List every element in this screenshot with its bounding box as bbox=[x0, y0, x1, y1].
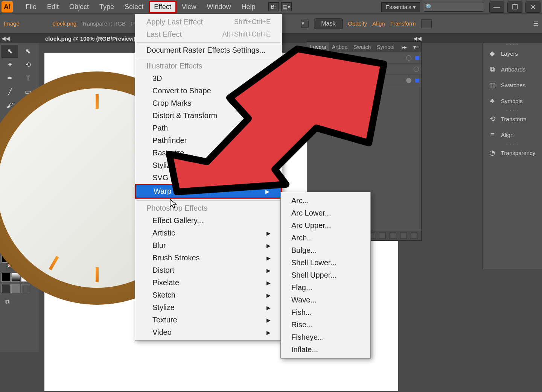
pen-tool[interactable]: ✒ bbox=[2, 72, 18, 85]
menu-view[interactable]: View bbox=[177, 1, 202, 13]
target-icon[interactable] bbox=[406, 78, 411, 83]
type-tool[interactable]: T bbox=[20, 72, 37, 85]
dock-transparency[interactable]: ◔Transparency bbox=[483, 145, 542, 161]
new-sublayer-icon[interactable] bbox=[390, 232, 396, 239]
submenu-inflate[interactable]: Inflate... bbox=[281, 343, 370, 356]
control-label[interactable]: Image bbox=[4, 20, 20, 27]
submenu-rise[interactable]: Rise... bbox=[281, 319, 370, 331]
menu-artistic[interactable]: Artistic▶ bbox=[135, 227, 282, 239]
menu-convert-to-shape[interactable]: Convert to Shape bbox=[135, 85, 282, 97]
submenu-shell-upper[interactable]: Shell Upper... bbox=[281, 269, 370, 281]
menu-distort-ps[interactable]: Distort▶ bbox=[135, 264, 282, 277]
magic-wand-tool[interactable]: ✦ bbox=[2, 58, 18, 71]
menu-distort-transform[interactable]: Distort & Transform bbox=[135, 109, 282, 122]
submenu-wave[interactable]: Wave... bbox=[281, 294, 370, 306]
selection-tool[interactable]: ⬉ bbox=[2, 45, 18, 58]
opacity-link[interactable]: Opacity bbox=[348, 20, 367, 27]
submenu-arc[interactable]: Arc... bbox=[281, 194, 370, 207]
isolate-icon[interactable] bbox=[421, 19, 432, 28]
submenu-flag[interactable]: Flag... bbox=[281, 281, 370, 294]
search-input[interactable]: 🔍 bbox=[424, 3, 484, 12]
control-filename[interactable]: clock.png bbox=[53, 20, 76, 27]
menu-crop-marks[interactable]: Crop Marks bbox=[135, 97, 282, 109]
target-icon[interactable] bbox=[414, 67, 419, 72]
screen-mode-icon[interactable] bbox=[2, 284, 11, 293]
target-icon[interactable] bbox=[406, 55, 411, 61]
close-button[interactable]: ✕ bbox=[525, 2, 540, 13]
menu-window[interactable]: Window bbox=[202, 1, 236, 13]
screen-mode-2-icon[interactable] bbox=[11, 284, 20, 293]
panel-expand-icon[interactable]: ▸▸ bbox=[399, 44, 409, 50]
restore-button[interactable]: ❐ bbox=[507, 2, 522, 13]
submenu-arc-upper[interactable]: Arc Upper... bbox=[281, 219, 370, 232]
menu-brush-strokes[interactable]: Brush Strokes▶ bbox=[135, 252, 282, 264]
visibility-icon[interactable]: 👁 bbox=[309, 77, 315, 84]
menu-apply-last-effect[interactable]: Apply Last EffectShift+Ctrl+E bbox=[135, 16, 282, 28]
menu-path[interactable]: Path bbox=[135, 122, 282, 134]
submenu-arch[interactable]: Arch... bbox=[281, 232, 370, 244]
submenu-fish[interactable]: Fish... bbox=[281, 306, 370, 319]
delete-layer-icon[interactable] bbox=[411, 232, 417, 239]
layer-row[interactable]: 👁 ... bbox=[307, 75, 421, 86]
align-link[interactable]: Align bbox=[372, 20, 385, 27]
dock-symbols[interactable]: ♣Symbols bbox=[483, 93, 542, 109]
submenu-fisheye[interactable]: Fisheye... bbox=[281, 331, 370, 343]
tab-layers[interactable]: Layers bbox=[307, 43, 329, 52]
draw-mode-icon[interactable]: ⧉ bbox=[2, 298, 13, 307]
mask-button[interactable]: Mask bbox=[314, 18, 343, 29]
expand-icon[interactable]: ▾ bbox=[327, 55, 330, 61]
menu-edit[interactable]: Edit bbox=[42, 1, 64, 13]
collapse-right-icon[interactable]: ◀◀ bbox=[413, 35, 422, 41]
menu-help[interactable]: Help bbox=[236, 1, 261, 13]
menu-last-effect[interactable]: Last EffectAlt+Shift+Ctrl+E bbox=[135, 28, 282, 41]
line-tool[interactable]: ╱ bbox=[2, 85, 18, 98]
menu-rasterize[interactable]: Rasterize... bbox=[135, 147, 282, 159]
menu-texture[interactable]: Texture▶ bbox=[135, 314, 282, 326]
embed-dropdown[interactable]: ▾ bbox=[301, 20, 309, 28]
dock-swatches[interactable]: ▦Swatches bbox=[483, 77, 542, 93]
tab-artboards[interactable]: Artboa bbox=[329, 43, 350, 52]
menu-file[interactable]: File bbox=[20, 1, 42, 13]
menu-sketch[interactable]: Sketch▶ bbox=[135, 289, 282, 301]
lasso-tool[interactable]: ⟲ bbox=[20, 58, 37, 71]
layer-row[interactable]: 👁 bbox=[307, 64, 421, 75]
dock-align[interactable]: ≡Align bbox=[483, 127, 542, 143]
submenu-shell-lower[interactable]: Shell Lower... bbox=[281, 257, 370, 269]
visibility-icon[interactable]: 👁 bbox=[309, 66, 315, 72]
workspace-selector[interactable]: Essentials ▾ bbox=[381, 2, 420, 12]
menu-raster-settings[interactable]: Document Raster Effects Settings... bbox=[135, 44, 282, 56]
tab-swatches[interactable]: Swatch bbox=[350, 43, 374, 52]
arrange-docs-icon[interactable]: ▤▾ bbox=[281, 2, 292, 11]
control-menu-icon[interactable]: ☰ bbox=[533, 20, 538, 27]
menu-pathfinder[interactable]: Pathfinder bbox=[135, 134, 282, 147]
submenu-arc-lower[interactable]: Arc Lower... bbox=[281, 207, 370, 219]
menu-pixelate[interactable]: Pixelate▶ bbox=[135, 277, 282, 289]
tab-symbols[interactable]: Symbol bbox=[374, 43, 397, 52]
menu-blur[interactable]: Blur▶ bbox=[135, 239, 282, 252]
layer-name[interactable]: ... bbox=[349, 77, 354, 84]
transform-link[interactable]: Transform bbox=[390, 20, 416, 27]
menu-stylize-ill[interactable]: Stylize bbox=[135, 159, 282, 172]
dock-artboards[interactable]: ⧉Artboards bbox=[483, 61, 542, 77]
layer-name[interactable]: Layer 1 bbox=[343, 55, 361, 61]
bridge-icon[interactable]: Br bbox=[268, 2, 279, 11]
menu-stylize-ps[interactable]: Stylize▶ bbox=[135, 301, 282, 314]
menu-effect[interactable]: Effect bbox=[149, 1, 177, 13]
menu-warp[interactable]: Warp▶ bbox=[135, 184, 282, 199]
layer-row[interactable]: 👁 ▾ Layer 1 bbox=[307, 52, 421, 64]
menu-video[interactable]: Video▶ bbox=[135, 326, 282, 339]
new-layer-icon[interactable] bbox=[400, 232, 407, 239]
collapse-left-icon[interactable]: ◀◀ bbox=[2, 35, 9, 41]
menu-select[interactable]: Select bbox=[119, 1, 149, 13]
menu-object[interactable]: Object bbox=[64, 1, 94, 13]
screen-mode-3-icon[interactable] bbox=[21, 284, 30, 293]
dock-transform[interactable]: ⟲Transform bbox=[483, 111, 542, 127]
submenu-bulge[interactable]: Bulge... bbox=[281, 244, 370, 257]
menu-effect-gallery[interactable]: Effect Gallery... bbox=[135, 214, 282, 227]
make-clip-icon[interactable] bbox=[379, 232, 386, 239]
dock-layers[interactable]: ◆Layers bbox=[483, 46, 542, 61]
menu-svg-filters[interactable]: SVG Filters bbox=[135, 172, 282, 184]
menu-type[interactable]: Type bbox=[94, 1, 119, 13]
minimize-button[interactable]: — bbox=[489, 2, 504, 13]
panel-menu-icon[interactable]: ▾≡ bbox=[411, 44, 421, 50]
